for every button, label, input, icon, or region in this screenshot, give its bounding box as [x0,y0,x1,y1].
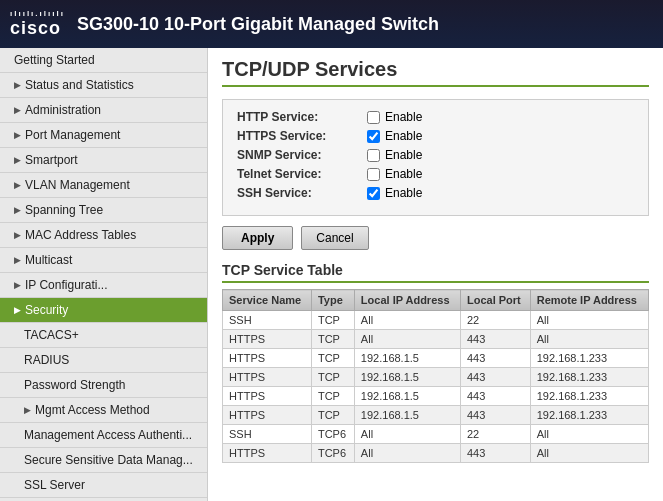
page-title: TCP/UDP Services [222,58,649,87]
expand-arrow-icon: ▶ [14,130,21,140]
header-title: SG300-10 10-Port Gigabit Managed Switch [77,14,439,35]
table-cell: 443 [460,349,530,368]
table-row: HTTPSTCP192.168.1.5443192.168.1.233 [223,406,649,425]
sidebar-item-administration[interactable]: ▶ Administration [0,98,207,123]
table-cell: 192.168.1.5 [354,368,460,387]
table-cell: HTTPS [223,406,312,425]
sidebar-item-label: Mgmt Access Method [35,403,150,417]
sidebar-item-label: Getting Started [14,53,95,67]
table-row: SSHTCPAll22All [223,311,649,330]
sidebar-item-label: Spanning Tree [25,203,103,217]
table-cell: 192.168.1.5 [354,349,460,368]
table-row: HTTPSTCP192.168.1.5443192.168.1.233 [223,387,649,406]
sidebar-item-vlan-management[interactable]: ▶ VLAN Management [0,173,207,198]
table-cell: All [354,444,460,463]
table-row: SSHTCP6All22All [223,425,649,444]
table-cell: All [530,311,648,330]
sidebar-item-ip-configuration[interactable]: ▶ IP Configurati... [0,273,207,298]
sidebar-item-label: Administration [25,103,101,117]
table-header-cell: Local IP Address [354,290,460,311]
cisco-logo: ılıılı.ılıılı cisco [10,10,65,39]
sidebar-item-status-statistics[interactable]: ▶ Status and Statistics [0,73,207,98]
table-header-row: Service NameTypeLocal IP AddressLocal Po… [223,290,649,311]
sidebar-item-radius[interactable]: RADIUS [0,348,207,373]
sidebar-item-spanning-tree[interactable]: ▶ Spanning Tree [0,198,207,223]
service-label-4: SSH Service: [237,186,367,200]
expand-arrow-icon: ▶ [14,255,21,265]
service-row-4: SSH Service:Enable [237,186,634,200]
sidebar-item-mgmt-access-auth[interactable]: Management Access Authenti... [0,423,207,448]
table-cell: 443 [460,330,530,349]
sidebar-item-mgmt-access[interactable]: ▶ Mgmt Access Method [0,398,207,423]
expand-arrow-icon: ▶ [14,230,21,240]
table-cell: 443 [460,368,530,387]
service-label-0: HTTP Service: [237,110,367,124]
expand-arrow-icon: ▶ [14,205,21,215]
table-cell: 443 [460,444,530,463]
table-cell: 192.168.1.233 [530,406,648,425]
sidebar-item-label: Security [25,303,68,317]
sidebar-item-label: MAC Address Tables [25,228,136,242]
table-cell: All [354,425,460,444]
table-body: SSHTCPAll22AllHTTPSTCPAll443AllHTTPSTCP1… [223,311,649,463]
table-cell: TCP [311,406,354,425]
table-cell: HTTPS [223,349,312,368]
table-cell: HTTPS [223,444,312,463]
expand-arrow-icon: ▶ [24,405,31,415]
sidebar-item-tacacs[interactable]: TACACS+ [0,323,207,348]
service-checkbox-3[interactable] [367,168,380,181]
table-section-title: TCP Service Table [222,262,649,283]
table-header-cell: Remote IP Address [530,290,648,311]
table-cell: TCP6 [311,425,354,444]
table-row: HTTPSTCP192.168.1.5443192.168.1.233 [223,349,649,368]
expand-arrow-icon: ▶ [14,305,21,315]
sidebar-item-smartport[interactable]: ▶ Smartport [0,148,207,173]
sidebar-item-password-strength[interactable]: Password Strength [0,373,207,398]
sidebar-item-getting-started[interactable]: Getting Started [0,48,207,73]
service-enable-text-0: Enable [385,110,422,124]
service-label-3: Telnet Service: [237,167,367,181]
main-layout: Getting Started▶ Status and Statistics▶ … [0,48,663,501]
table-header-cell: Type [311,290,354,311]
table-cell: All [530,330,648,349]
cancel-button[interactable]: Cancel [301,226,368,250]
table-cell: All [354,311,460,330]
table-row: HTTPSTCPAll443All [223,330,649,349]
table-cell: TCP6 [311,444,354,463]
table-header-cell: Local Port [460,290,530,311]
sidebar-item-port-management[interactable]: ▶ Port Management [0,123,207,148]
service-label-2: SNMP Service: [237,148,367,162]
table-cell: HTTPS [223,330,312,349]
service-table: Service NameTypeLocal IP AddressLocal Po… [222,289,649,463]
sidebar-item-secure-sensitive[interactable]: Secure Sensitive Data Manag... [0,448,207,473]
content-area: TCP/UDP Services HTTP Service:EnableHTTP… [208,48,663,501]
table-cell: TCP [311,368,354,387]
service-row-1: HTTPS Service:Enable [237,129,634,143]
sidebar-item-security[interactable]: ▶ Security [0,298,207,323]
sidebar: Getting Started▶ Status and Statistics▶ … [0,48,208,501]
table-cell: SSH [223,311,312,330]
service-checkbox-4[interactable] [367,187,380,200]
table-cell: All [354,330,460,349]
table-row: HTTPSTCP192.168.1.5443192.168.1.233 [223,368,649,387]
service-row-3: Telnet Service:Enable [237,167,634,181]
table-row: HTTPSTCP6All443All [223,444,649,463]
apply-button[interactable]: Apply [222,226,293,250]
expand-arrow-icon: ▶ [14,80,21,90]
sidebar-item-label: IP Configurati... [25,278,108,292]
table-cell: TCP [311,349,354,368]
service-checkbox-2[interactable] [367,149,380,162]
sidebar-item-mac-address-tables[interactable]: ▶ MAC Address Tables [0,223,207,248]
sidebar-item-multicast[interactable]: ▶ Multicast [0,248,207,273]
table-cell: 22 [460,311,530,330]
service-checkbox-1[interactable] [367,130,380,143]
table-cell: 192.168.1.5 [354,387,460,406]
sidebar-item-ssl-server[interactable]: SSL Server [0,473,207,498]
header: ılıılı.ılıılı cisco SG300-10 10-Port Gig… [0,0,663,48]
service-enable-text-3: Enable [385,167,422,181]
cisco-brand: cisco [10,19,65,39]
service-label-1: HTTPS Service: [237,129,367,143]
table-cell: 192.168.1.233 [530,387,648,406]
table-cell: 192.168.1.5 [354,406,460,425]
service-checkbox-0[interactable] [367,111,380,124]
